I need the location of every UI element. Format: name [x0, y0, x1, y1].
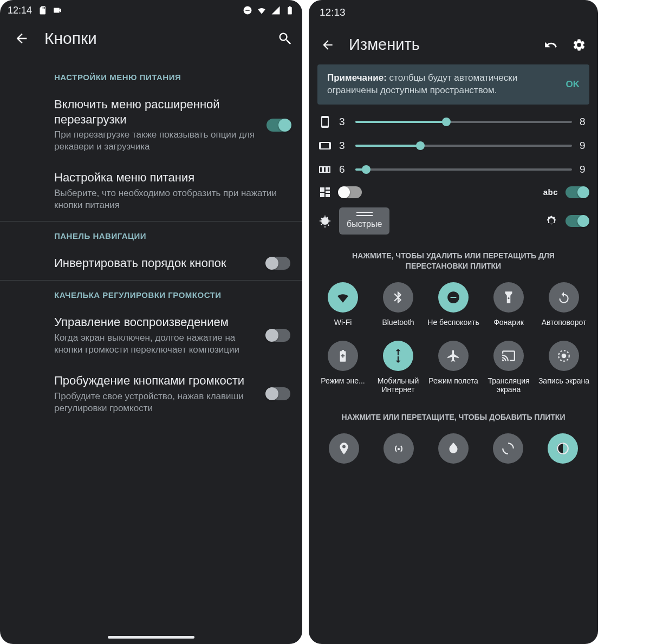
hint-remove: НАЖМИТЕ, ЧТОБЫ УДАЛИТЬ ИЛИ ПЕРЕТАЩИТЬ ДЛ…	[309, 239, 598, 279]
tile-flashlight[interactable]: Фонарик	[482, 282, 535, 336]
pref-subtitle: Пробудите свое устройство, нажав клавиши…	[54, 391, 259, 414]
video-icon	[53, 5, 62, 15]
battery-status-icon	[285, 5, 295, 15]
dnd-status-icon	[243, 5, 252, 15]
tile-grid-inactive	[309, 430, 598, 464]
data-icon	[391, 349, 405, 363]
search-icon[interactable]	[277, 31, 292, 46]
page-title: Кнопки	[44, 29, 262, 48]
slider-max: 9	[580, 140, 588, 152]
pref-title: Управление воспроизведением	[54, 315, 259, 330]
pref-title: Пробуждение кнопками громкости	[54, 373, 259, 388]
pref-title: Инвертировать порядок кнопок	[54, 256, 259, 271]
dark-theme-icon	[556, 441, 570, 456]
note-ok-button[interactable]: OK	[566, 79, 580, 90]
tile-grid-active: Wi-Fi Bluetooth Не беспокоить Фонарик Ав…	[309, 279, 598, 400]
phone-portrait-icon	[318, 115, 332, 128]
tablet-icon	[318, 163, 332, 176]
tile-bluetooth[interactable]: Bluetooth	[372, 282, 425, 336]
wifi-icon	[336, 290, 350, 304]
slider-track[interactable]	[355, 145, 572, 147]
progress-icon	[501, 441, 515, 456]
status-time: 12:13	[320, 6, 346, 18]
record-icon	[557, 349, 571, 363]
pref-title: Настройка меню питания	[54, 170, 290, 185]
slider-max: 9	[580, 164, 588, 175]
abc-label: abc	[543, 187, 558, 197]
app-bar: Изменить	[309, 25, 598, 64]
tile-dark-theme[interactable]	[548, 433, 578, 464]
phone-landscape-icon	[318, 139, 332, 152]
toggle-row-2: быстрые	[309, 203, 598, 239]
pref-title: Включить меню расширенной перезагрузки	[54, 97, 259, 127]
svg-rect-1	[323, 167, 326, 172]
pref-advanced-reboot[interactable]: Включить меню расширенной перезагрузки П…	[0, 89, 302, 162]
left-screenshot: 12:14 Кнопки НАСТРОЙКИ МЕНЮ ПИТАНИЯ Вклю…	[0, 0, 302, 644]
rotate-icon	[557, 290, 571, 304]
airplane-icon	[446, 349, 460, 363]
hint-add: НАЖМИТЕ ИЛИ ПЕРЕТАЩИТЕ, ЧТОБЫ ДОБАВИТЬ П…	[309, 400, 598, 430]
switch-abc[interactable]	[566, 186, 588, 198]
tile-screen-record[interactable]: Запись экрана	[537, 341, 590, 395]
svg-rect-2	[327, 167, 330, 172]
cast-icon	[502, 349, 516, 363]
section-power-header: НАСТРОЙКИ МЕНЮ ПИТАНИЯ	[0, 63, 302, 89]
pref-subtitle: Когда экран выключен, долгое нажатие на …	[54, 332, 259, 356]
tile-cast[interactable]: Трансляция экрана	[482, 341, 535, 395]
switch-invert-nav[interactable]	[266, 257, 290, 270]
slider-track[interactable]	[355, 168, 572, 171]
note-text: Примечание: столбцы будут автоматически …	[327, 72, 558, 97]
switch-layout[interactable]	[339, 186, 362, 198]
switch-brightness[interactable]	[566, 215, 588, 227]
pref-volume-wake[interactable]: Пробуждение кнопками громкости Пробудите…	[0, 366, 302, 424]
status-bar: 12:14	[0, 0, 302, 19]
undo-icon[interactable]	[544, 38, 558, 52]
switch-volume-wake[interactable]	[266, 387, 290, 400]
slider-portrait[interactable]: 3 8	[309, 110, 598, 134]
slider-value: 3	[339, 140, 348, 152]
tile-dnd[interactable]: Не беспокоить	[427, 282, 480, 336]
tile-hotspot[interactable]	[384, 433, 414, 464]
slider-value: 3	[339, 116, 348, 128]
tile-wifi[interactable]: Wi-Fi	[316, 282, 369, 336]
tile-autorotate[interactable]: Автоповорот	[537, 282, 590, 336]
brightness-icon	[545, 214, 558, 227]
back-icon[interactable]	[321, 38, 335, 52]
wifi-status-icon	[257, 5, 266, 15]
slider-value: 6	[339, 164, 348, 175]
back-icon[interactable]	[14, 31, 29, 46]
pref-power-menu[interactable]: Настройка меню питания Выберите, что нео…	[0, 162, 302, 221]
status-time: 12:14	[8, 5, 32, 16]
pref-volume-playback[interactable]: Управление воспроизведением Когда экран …	[0, 307, 302, 366]
slider-wide[interactable]: 6 9	[309, 158, 598, 181]
slider-landscape[interactable]: 3 9	[309, 134, 598, 158]
page-title: Изменить	[349, 36, 530, 54]
note-box: Примечание: столбцы будут автоматически …	[317, 64, 589, 105]
pref-invert-nav[interactable]: Инвертировать порядок кнопок	[0, 248, 302, 281]
tile-airplane[interactable]: Режим полета	[427, 341, 480, 395]
section-nav-header: ПАНЕЛЬ НАВИГАЦИИ	[0, 222, 302, 248]
switch-advanced-reboot[interactable]	[266, 119, 290, 132]
pref-subtitle: При перезагрузке также показывать опции …	[54, 129, 259, 153]
toggle-row-1: abc	[309, 181, 598, 203]
sd-icon	[37, 5, 47, 15]
hotspot-icon	[392, 441, 406, 456]
tile-mobile-data[interactable]: Мобильный Интернет	[372, 341, 425, 395]
invert-icon	[446, 441, 460, 456]
switch-volume-playback[interactable]	[266, 329, 290, 342]
dnd-icon	[446, 290, 460, 304]
tile-data-saver[interactable]	[493, 433, 523, 464]
tile-battery-saver[interactable]: Режим эне...	[316, 341, 369, 395]
svg-rect-0	[320, 167, 322, 172]
battery-saver-icon	[336, 349, 350, 363]
flashlight-icon	[502, 290, 516, 304]
pref-subtitle: Выберите, что необходимо отобразить при …	[54, 187, 290, 211]
tile-invert-colors[interactable]	[438, 433, 469, 464]
tile-location[interactable]	[329, 433, 359, 464]
slider-track[interactable]	[355, 121, 572, 123]
settings-icon[interactable]	[572, 38, 586, 52]
home-indicator[interactable]	[108, 636, 194, 639]
slider-max: 8	[580, 116, 588, 128]
qs-mode-chip[interactable]: быстрые	[339, 207, 389, 235]
bluetooth-icon	[391, 290, 405, 304]
